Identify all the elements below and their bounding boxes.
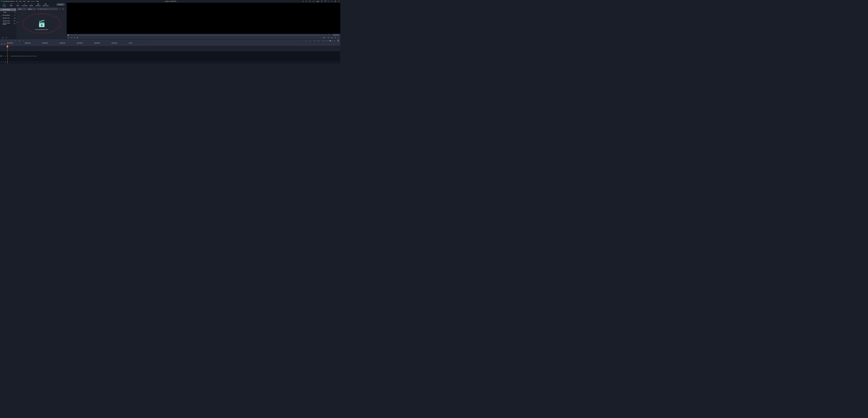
tab-titles[interactable]: Titles [14, 3, 21, 7]
tab-effects[interactable]: Effects [28, 3, 35, 7]
svg-rect-19 [63, 9, 64, 9]
download-icon[interactable] [328, 1, 330, 2]
audio-edit-icon[interactable] [23, 40, 25, 42]
track-hint: Drag media and effects here to create yo… [7, 51, 340, 61]
menu-view[interactable]: View [27, 1, 30, 2]
transition-icon [24, 3, 25, 5]
import-dropzone[interactable]: Import Media Files Here [16, 11, 67, 39]
elements-icon [37, 3, 39, 5]
zoom-handle[interactable] [330, 40, 331, 41]
zoom-out-icon[interactable] [322, 40, 324, 42]
search-icon [38, 8, 39, 10]
audio-mixer-icon[interactable] [314, 40, 315, 42]
play-button[interactable] [74, 37, 75, 38]
svg-rect-17 [62, 9, 63, 9]
redo-icon[interactable] [6, 40, 8, 42]
adjust-icon[interactable] [19, 40, 20, 42]
new-folder-icon[interactable] [2, 37, 3, 38]
tab-transitions[interactable]: Transitions [21, 3, 28, 7]
ruler-mark: 00:00:10:00 [25, 42, 30, 43]
zoom-in-icon[interactable] [334, 40, 335, 42]
fullscreen-icon[interactable] [338, 37, 339, 38]
sidebar-item-shared-media[interactable]: ▸Shared Media 0 [0, 14, 16, 17]
search-media[interactable] [37, 8, 58, 10]
volume-icon[interactable] [335, 37, 336, 38]
search-input[interactable] [40, 8, 57, 10]
sidebar-item-sample-green-screen[interactable]: Sample Green Screen 10 [0, 22, 16, 25]
audio-track[interactable]: 1 [0, 61, 340, 63]
maximize-button[interactable] [335, 1, 336, 2]
cart-icon[interactable] [309, 1, 311, 2]
ruler-mark: 00:00:30:00 [59, 42, 65, 43]
menu-file[interactable]: File [16, 1, 18, 2]
titlebar: Wondershare Filmora File Edit Tools View… [0, 0, 340, 3]
tips-icon[interactable] [303, 1, 304, 2]
zoom-fit-icon[interactable] [338, 40, 339, 42]
mark-in-icon[interactable]: { [328, 34, 329, 36]
menu-export[interactable]: Export [31, 1, 35, 2]
export-button[interactable]: EXPORT [56, 3, 65, 6]
preview-scrubber[interactable] [68, 35, 327, 35]
mark-out-icon[interactable]: } [330, 34, 330, 36]
sidebar-item-sample-color[interactable]: Sample Color 25 [0, 17, 16, 20]
gift-icon[interactable] [313, 1, 314, 2]
login-link[interactable]: Login [316, 1, 319, 2]
preview-quality[interactable]: 1/2 ▾ [323, 37, 326, 38]
music-icon [10, 3, 12, 5]
ruler-mark: 00:00:00:00 [7, 42, 13, 43]
ruler-mark: 00:00:50:00 [94, 42, 100, 43]
next-frame-button[interactable] [71, 37, 72, 38]
display-icon[interactable] [328, 37, 330, 38]
sidebar-item-sample-video[interactable]: Sample Video 20 [0, 20, 16, 22]
record-dropdown[interactable]: Record ▾ [27, 8, 36, 10]
snapshot-icon[interactable] [331, 37, 333, 38]
tab-row: Media Audio Titles Transitions Effects [0, 3, 67, 7]
undo-icon[interactable] [2, 40, 3, 42]
tab-audio[interactable]: Audio [8, 3, 14, 7]
message-icon[interactable] [324, 1, 326, 2]
sidebar-item-folder[interactable]: Folder 0 [0, 11, 16, 14]
save-icon[interactable] [321, 1, 322, 2]
split-clip-icon[interactable] [14, 40, 16, 42]
zoom-slider[interactable] [324, 40, 333, 41]
render-icon[interactable] [301, 40, 303, 42]
close-button[interactable] [338, 1, 340, 2]
scrubber-handle[interactable] [68, 34, 69, 35]
menu-help[interactable]: Help [36, 1, 39, 2]
timeline-options-icon[interactable] [1, 43, 2, 44]
marker-icon[interactable] [305, 40, 307, 42]
link-icon[interactable] [4, 43, 6, 44]
delete-icon[interactable] [10, 40, 12, 42]
svg-point-4 [310, 2, 311, 2]
svg-rect-9 [38, 4, 38, 4]
menu-edit[interactable]: Edit [19, 1, 21, 2]
preview-controls: 1/2 ▾ [67, 36, 340, 39]
zoom-control [322, 40, 335, 42]
tab-elements[interactable]: Elements [35, 3, 42, 7]
tab-media[interactable]: Media [1, 3, 8, 7]
preview-video [67, 3, 340, 34]
support-icon[interactable] [306, 1, 307, 2]
svg-point-3 [310, 2, 310, 2]
timeline-ruler[interactable]: 00:00:00:0000:00:10:0000:00:20:0000:00:3… [7, 42, 340, 46]
voiceover-icon[interactable] [309, 40, 311, 42]
prev-frame-button[interactable] [68, 37, 69, 38]
lock-icon[interactable] [5, 55, 6, 56]
svg-point-42 [14, 41, 15, 41]
chevron-down-icon: ▾ [325, 37, 326, 38]
playhead[interactable] [7, 42, 8, 63]
menu-tools[interactable]: Tools [23, 1, 26, 2]
timeline-header: 00:00:00:0000:00:10:0000:00:20:0000:00:3… [0, 42, 340, 46]
sidebar-item-project-media[interactable]: ▾Project Media 0 [0, 8, 16, 11]
tab-split-screen[interactable]: Split Screen [42, 3, 50, 7]
crop-icon[interactable] [318, 40, 319, 42]
minimize-button[interactable] [331, 1, 333, 2]
lock-icon[interactable] [5, 61, 6, 63]
svg-point-0 [303, 1, 304, 2]
import-dropdown[interactable]: Import ▾ [18, 8, 26, 10]
grid-view-icon[interactable] [62, 8, 64, 10]
delete-folder-icon[interactable] [6, 37, 7, 38]
stop-button[interactable] [77, 37, 78, 38]
video-track[interactable]: 1 Drag media and effects here to create … [0, 51, 340, 61]
filter-icon[interactable] [59, 8, 61, 10]
